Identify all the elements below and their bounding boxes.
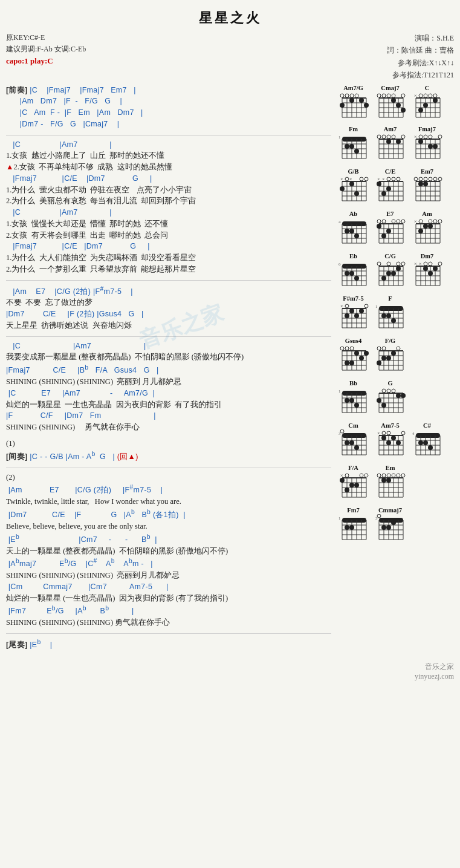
svg-point-422 bbox=[418, 440, 423, 445]
s2-chord5: |Cm Cmmaj7 |Cm7 Am7-5 | bbox=[6, 581, 331, 593]
chord-grid-cmaj7 bbox=[374, 92, 407, 122]
svg-point-289 bbox=[359, 308, 364, 313]
svg-point-71 bbox=[354, 149, 359, 154]
svg-point-318 bbox=[350, 347, 354, 350]
ch-lyric3: 灿烂的一颗星星 一生也亮晶晶 因为夜归的背影 有了我的指引 bbox=[6, 399, 331, 411]
chord-eb: Eb 6 bbox=[336, 253, 371, 292]
svg-point-441 bbox=[345, 488, 349, 492]
svg-point-161 bbox=[429, 177, 432, 181]
svg-point-442 bbox=[349, 483, 354, 488]
lyricist: 詞：陈信延 曲：曹格 bbox=[387, 44, 454, 56]
svg-point-455 bbox=[377, 474, 381, 477]
chord-csharp: C# 4 bbox=[410, 422, 444, 461]
svg-point-319 bbox=[345, 361, 349, 365]
svg-point-284 bbox=[345, 304, 349, 308]
v1-chord4: |Fmaj7 |C/E |Dm7 G | bbox=[6, 241, 331, 252]
s2-lyric1: Twinkle, twinkle, little star, How I won… bbox=[6, 496, 331, 507]
svg-point-286 bbox=[345, 313, 349, 318]
svg-point-459 bbox=[397, 474, 400, 477]
svg-point-403 bbox=[382, 431, 386, 435]
svg-point-18 bbox=[364, 103, 369, 108]
svg-point-372 bbox=[381, 403, 386, 408]
svg-point-490 bbox=[381, 525, 386, 530]
svg-point-199 bbox=[381, 233, 386, 238]
svg-point-424 bbox=[428, 445, 433, 450]
svg-point-252 bbox=[396, 266, 401, 271]
svg-point-122 bbox=[360, 177, 363, 181]
chord-gb: G/B × bbox=[336, 168, 371, 207]
ch-chord2: |Fmaj7 C/E |Bb F/A Gsus4 G | bbox=[6, 363, 331, 376]
interlude1-label: (1) bbox=[6, 438, 331, 449]
divider2 bbox=[6, 280, 331, 281]
svg-rect-220 bbox=[342, 264, 366, 269]
svg-point-407 bbox=[386, 440, 391, 445]
chord-grid-dm7: × × bbox=[411, 260, 444, 292]
svg-point-247 bbox=[397, 262, 400, 266]
s2-lyric5: 灿烂的一颗星星 (一生也亮晶晶) 因为夜归的背影 (有了我的指引) bbox=[6, 593, 331, 604]
svg-point-218 bbox=[428, 224, 433, 229]
svg-point-141 bbox=[387, 177, 390, 181]
chord-dm7: Dm7 × × bbox=[410, 253, 444, 292]
svg-text:×: × bbox=[414, 134, 417, 140]
svg-point-373 bbox=[396, 393, 401, 398]
v1-chord3: |C |Am7 | bbox=[6, 207, 331, 218]
svg-point-197 bbox=[377, 224, 381, 229]
chord-grid-eb: 6 bbox=[337, 260, 370, 292]
ending-line: [尾奏] |Eb | bbox=[6, 638, 331, 651]
br-lyric1: 不要 不要 忘了做过的梦 bbox=[6, 297, 331, 308]
svg-point-316 bbox=[340, 347, 344, 350]
capo-line: capo:1 play:C bbox=[6, 55, 86, 68]
svg-point-409 bbox=[396, 440, 401, 445]
original-key: 原KEY:C#-E bbox=[6, 32, 86, 44]
chord-grid-em bbox=[374, 472, 407, 503]
chord-am7g: Am7/G bbox=[336, 85, 371, 122]
svg-point-103 bbox=[424, 135, 427, 139]
main-content: [前奏] |C |Fmaj7 |Fmaj7 Em7 | |Am Dm7 |F -… bbox=[6, 85, 454, 656]
ending-section: [尾奏] |Eb | bbox=[6, 638, 331, 651]
s2-lyric4: SHINING (SHINING) (SHINING) 亮丽到月儿都妒忌 bbox=[6, 570, 331, 581]
svg-point-88 bbox=[386, 139, 391, 144]
svg-point-89 bbox=[396, 139, 401, 144]
svg-text:4: 4 bbox=[339, 220, 341, 224]
s2-lyric2: Believe, believe, believe, you are the o… bbox=[6, 521, 331, 532]
svg-text:1: 1 bbox=[339, 135, 341, 140]
chord-grid-fm7: 1 bbox=[337, 514, 370, 546]
s2-chord2: |Dm7 C/E |F G |Ab Bb (各1拍) | bbox=[6, 507, 331, 521]
chord-row-8: Bb 1 bbox=[336, 380, 454, 419]
v1-lyric2: ▲2.女孩 不再单纯却不够 成熟 这时的她虽然懂 bbox=[6, 162, 331, 173]
chord-cmmaj7: Cmmaj7 3 bbox=[373, 507, 407, 546]
chord-grid-em7 bbox=[411, 175, 444, 207]
svg-point-491 bbox=[386, 525, 391, 530]
svg-point-408 bbox=[391, 436, 396, 440]
svg-point-489 bbox=[377, 514, 381, 518]
chord-row-3: G/B × bbox=[336, 168, 454, 207]
svg-point-12 bbox=[345, 94, 349, 97]
svg-point-198 bbox=[386, 229, 391, 233]
svg-point-125 bbox=[340, 186, 345, 191]
chord-grid-fa: × bbox=[337, 472, 370, 503]
svg-point-126 bbox=[349, 181, 354, 186]
svg-point-158 bbox=[414, 177, 418, 181]
svg-point-35 bbox=[391, 98, 396, 103]
chord-grid-ab: 4 bbox=[337, 218, 370, 249]
svg-point-317 bbox=[345, 347, 349, 350]
bridge-section: |Am E7 |C/G (2拍) |F#m7-5 | 不要 不要 忘了做过的梦 … bbox=[6, 284, 331, 331]
svg-point-17 bbox=[359, 98, 364, 103]
svg-point-461 bbox=[381, 478, 386, 483]
svg-point-162 bbox=[433, 177, 437, 181]
v1-lyric6: 2.女孩 有天将会到哪里 出走 哪时的她 总会问 bbox=[6, 230, 331, 241]
ch-chord3: |C E7 |Am7 - Am7/G | bbox=[6, 388, 331, 399]
svg-point-368 bbox=[382, 389, 386, 393]
svg-point-231 bbox=[345, 271, 349, 276]
prelude-section: [前奏] |C |Fmaj7 |Fmaj7 Em7 | |Am Dm7 |F -… bbox=[6, 85, 331, 130]
svg-rect-376 bbox=[342, 433, 366, 438]
chord-fm: Fm 1 bbox=[336, 126, 371, 165]
svg-point-341 bbox=[391, 351, 396, 356]
chord-grid-fm: 1 bbox=[337, 133, 370, 165]
svg-point-288 bbox=[354, 313, 359, 318]
chord-grid-csharp: 4 bbox=[411, 429, 444, 461]
svg-point-271 bbox=[433, 266, 438, 271]
svg-point-86 bbox=[392, 135, 395, 139]
svg-point-216 bbox=[418, 229, 423, 233]
svg-point-84 bbox=[382, 135, 386, 139]
